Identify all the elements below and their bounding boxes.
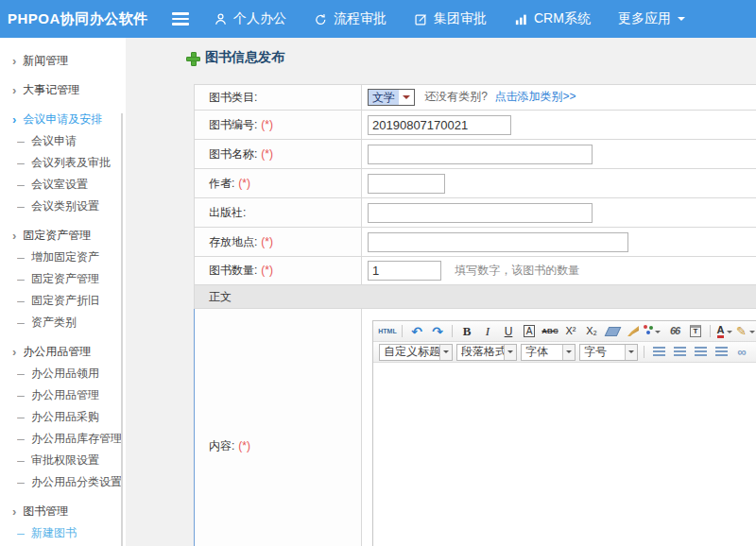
align-right-icon[interactable] <box>691 344 710 361</box>
app-shell: › 新闻管理 › 大事记管理 › 会议申请及安排 — 会议申请 <box>0 38 756 546</box>
dash-icon: — <box>17 434 25 444</box>
separator[interactable] <box>452 325 453 337</box>
text-effect-dots-icon[interactable] <box>644 323 663 340</box>
format-brush-icon[interactable] <box>624 323 643 340</box>
sidebar-item[interactable]: › 办公用品管理 <box>0 341 126 363</box>
underline-icon[interactable]: U <box>499 323 518 340</box>
sidebar-item[interactable]: — 办公用品采购 <box>0 406 126 428</box>
bold-icon[interactable]: B <box>457 323 476 340</box>
separator[interactable] <box>710 325 711 337</box>
sidebar-nav: › 新闻管理 › 大事记管理 › 会议申请及安排 — 会议申请 <box>0 38 126 546</box>
dash-icon: — <box>17 477 25 487</box>
row-book-number: 图书编号:(*) <box>195 111 756 140</box>
category-label: 图书类目: <box>195 85 362 111</box>
row-category: 图书类目: 文学 还没有类别? 点击添加类别>> <box>195 85 756 111</box>
strikethrough-icon[interactable]: ABC <box>541 323 559 340</box>
app-logo: PHPOA协同办公软件 <box>8 10 166 28</box>
sidebar-item[interactable]: — 审批权限设置 <box>0 450 126 471</box>
sidebar-item[interactable]: — 资产类别 <box>0 312 126 333</box>
sidebar-item[interactable]: — 会议申请 <box>0 130 126 152</box>
book-number-input[interactable] <box>368 115 511 135</box>
sidebar-item[interactable]: — 办公用品管理 <box>0 384 126 406</box>
align-justify-icon[interactable] <box>712 344 730 361</box>
sidebar-item[interactable]: › 会议申请及安排 <box>0 109 126 130</box>
italic-icon[interactable]: I <box>478 323 497 340</box>
book-number-label: 图书编号:(*) <box>195 111 362 140</box>
sidebar-item[interactable]: — 新建图书 <box>0 522 126 544</box>
paste-text-icon[interactable]: T <box>686 323 705 340</box>
menu-item-crm[interactable]: CRM系统 <box>514 10 591 27</box>
person-icon <box>214 12 228 26</box>
paragraph-format-dropdown[interactable]: 段落格式 <box>456 344 517 361</box>
required-marker: (*) <box>261 235 273 248</box>
font-size-dropdown[interactable]: 字号 <box>579 344 638 361</box>
edit-square-icon <box>414 12 428 26</box>
page-title-text: 图书信息发布 <box>205 49 284 66</box>
editor-toolbar-row1: HTML ↶ ↷ <box>373 321 756 342</box>
chevron-icon: › <box>12 229 16 243</box>
redo-icon[interactable]: ↷ <box>428 323 447 340</box>
chevron-icon: › <box>12 504 16 519</box>
sidebar: › 新闻管理 › 大事记管理 › 会议申请及安排 — 会议申请 <box>0 38 126 546</box>
blockquote-icon[interactable]: 66 <box>665 323 684 340</box>
separator[interactable] <box>644 346 644 358</box>
dropdown-arrow-icon <box>562 345 575 360</box>
undo-icon[interactable]: ↶ <box>407 323 426 340</box>
dash-icon: — <box>17 179 25 190</box>
sidebar-item[interactable]: — 办公用品分类设置 <box>0 471 126 493</box>
menu-item-personal-office[interactable]: 个人办公 <box>214 10 286 27</box>
select-arrow-icon <box>399 92 414 103</box>
category-select[interactable]: 文学 <box>368 89 415 106</box>
eraser-icon[interactable] <box>603 323 622 340</box>
editor-toolbar-row2: 自定义标题 段落格式 <box>373 342 756 363</box>
menu-item-workflow-approval[interactable]: 流程审批 <box>314 10 387 27</box>
superscript-icon[interactable]: X² <box>561 323 580 340</box>
align-left-icon[interactable] <box>649 344 668 361</box>
book-name-input[interactable] <box>368 145 593 164</box>
required-marker: (*) <box>261 118 273 131</box>
editor-content-area[interactable] <box>373 363 756 546</box>
menu-item-more-apps[interactable]: 更多应用 <box>618 10 685 27</box>
font-color-icon[interactable]: A <box>715 323 734 340</box>
publisher-input[interactable] <box>368 203 593 223</box>
sidebar-item[interactable]: › 固定资产管理 <box>0 225 126 247</box>
source-code-icon[interactable]: HTML <box>378 323 397 340</box>
quantity-input[interactable] <box>368 261 441 281</box>
dropdown-arrow-icon <box>504 345 516 360</box>
flow-icon <box>314 12 328 26</box>
highlight-pen-icon[interactable]: ✎ <box>736 323 755 340</box>
dash-icon: — <box>17 296 25 306</box>
location-input[interactable] <box>368 232 628 252</box>
sidebar-item[interactable]: — 办公用品库存管理 <box>0 428 126 450</box>
book-name-label: 图书名称:(*) <box>195 140 362 169</box>
sidebar-scrollbar[interactable] <box>121 113 123 546</box>
sidebar-item[interactable]: — 固定资产管理 <box>0 268 126 290</box>
font-border-icon[interactable]: A <box>520 323 539 340</box>
menu-icon[interactable] <box>172 12 189 26</box>
link-icon[interactable]: ∞ <box>732 344 751 361</box>
subscript-icon[interactable]: X₂ <box>582 323 601 340</box>
sidebar-item[interactable]: › 新闻管理 <box>0 50 126 72</box>
sidebar-item[interactable]: — 办公用品领用 <box>0 363 126 384</box>
publisher-label: 出版社: <box>195 198 362 228</box>
rich-text-editor: HTML ↶ ↷ <box>372 320 756 546</box>
add-category-link[interactable]: 点击添加类别>> <box>494 90 576 103</box>
sidebar-item[interactable]: › 大事记管理 <box>0 79 126 101</box>
sidebar-item[interactable]: — 会议室设置 <box>0 174 126 196</box>
dash-icon: — <box>17 390 25 401</box>
author-input[interactable] <box>368 174 445 194</box>
custom-title-dropdown[interactable]: 自定义标题 <box>379 344 453 361</box>
font-family-dropdown[interactable]: 字体 <box>521 344 576 361</box>
sidebar-item[interactable]: — 会议列表及审批 <box>0 152 126 174</box>
dropdown-arrow-icon <box>625 345 637 360</box>
dash-icon: — <box>17 368 25 379</box>
topbar-menu: 个人办公 流程审批 集团审批 CRM系统 更多应用 <box>214 10 713 27</box>
sidebar-item[interactable]: — 会议类别设置 <box>0 196 126 217</box>
body-section-header: 正文 <box>195 285 756 309</box>
separator[interactable] <box>402 325 403 337</box>
menu-item-group-approval[interactable]: 集团审批 <box>414 10 487 27</box>
sidebar-item[interactable]: — 固定资产折旧 <box>0 290 126 312</box>
align-center-icon[interactable] <box>670 344 689 361</box>
sidebar-item[interactable]: › 图书管理 <box>0 501 126 522</box>
sidebar-item[interactable]: — 增加固定资产 <box>0 247 126 268</box>
